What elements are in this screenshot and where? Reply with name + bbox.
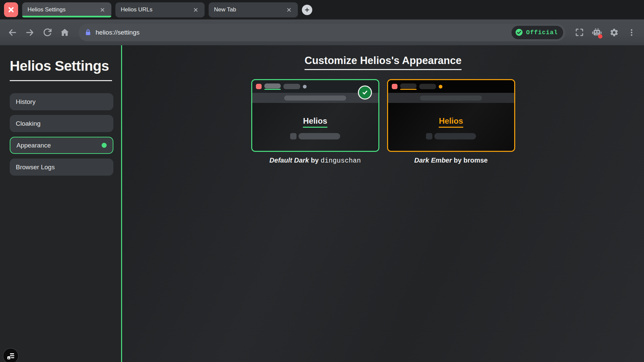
logs-fab-button[interactable] [3, 348, 19, 362]
tab-label: New Tab [214, 6, 285, 13]
sidebar-item-label: History [16, 98, 36, 106]
sidebar-title: Helios Settings [10, 58, 112, 74]
tab-close-icon[interactable] [285, 6, 292, 13]
official-badge: Official [512, 26, 563, 39]
mini-page-title: Helios [439, 116, 463, 128]
tab-label: Helios Settings [28, 6, 99, 13]
fullscreen-button[interactable] [572, 25, 587, 40]
check-icon [361, 88, 369, 97]
mini-new-tab-dot [439, 85, 442, 88]
sidebar-item-label: Appearance [16, 142, 51, 149]
content-area: Helios Settings History Cloaking Appeara… [0, 45, 644, 362]
lock-icon[interactable] [85, 28, 92, 36]
x-logo-icon [7, 6, 15, 13]
verified-check-icon [515, 28, 523, 37]
mini-url-bar [284, 96, 346, 101]
theme-author: dinguschan [321, 157, 361, 165]
mini-tab-strip [388, 80, 514, 93]
mini-url-bar [420, 96, 482, 101]
tab-close-icon[interactable] [99, 6, 106, 13]
mini-page-title: Helios [303, 116, 327, 128]
mini-page: Helios [252, 103, 378, 151]
official-badge-label: Official [526, 29, 558, 36]
mini-page: Helios [388, 103, 514, 151]
theme-card-dark-ember: Helios Dark Ember by bromse [387, 79, 515, 165]
menu-button[interactable] [624, 25, 639, 40]
theme-card-default-dark: Helios Default D [251, 79, 379, 165]
reload-icon [43, 28, 52, 37]
browser-logo-button[interactable] [4, 2, 18, 17]
browser-window: Helios Settings Helios URLs New Tab [0, 0, 644, 362]
theme-caption: Dark Ember by bromse [387, 157, 515, 164]
navigation-bar: helios://settings Official [0, 19, 644, 45]
log-list-icon [6, 352, 15, 361]
plus-icon [304, 7, 310, 13]
theme-author: bromse [464, 157, 488, 164]
back-button[interactable] [5, 25, 20, 40]
active-tab-underline [22, 16, 111, 17]
url-text: helios://settings [96, 29, 140, 36]
reload-button[interactable] [40, 25, 55, 40]
theme-preview-default-dark[interactable]: Helios [251, 79, 379, 152]
sidebar-item-history[interactable]: History [10, 93, 113, 110]
sidebar-item-browser-logs[interactable]: Browser Logs [10, 159, 113, 176]
url-bar[interactable]: helios://settings Official [78, 24, 566, 41]
ai-assistant-button[interactable] [589, 25, 604, 40]
gear-icon [609, 28, 619, 37]
tab-strip: Helios Settings Helios URLs New Tab [0, 0, 644, 19]
home-icon [60, 28, 69, 37]
appearance-panel: Customize Helios's Appearance [122, 45, 644, 362]
theme-name: Dark Ember [414, 157, 452, 164]
mini-tab-underline [264, 89, 281, 90]
tab-label: Helios URLs [121, 6, 192, 13]
theme-name: Default Dark [269, 157, 309, 164]
forward-button[interactable] [22, 25, 38, 40]
theme-cards: Helios Default D [122, 79, 644, 165]
tab-helios-urls[interactable]: Helios URLs [115, 2, 205, 17]
sidebar-item-label: Cloaking [16, 120, 41, 127]
mini-new-tab-dot [303, 85, 307, 88]
forward-arrow-icon [25, 28, 35, 37]
settings-sidebar: Helios Settings History Cloaking Appeara… [0, 45, 122, 362]
mini-search-bar [299, 133, 340, 139]
sidebar-divider [10, 80, 112, 81]
back-arrow-icon [8, 28, 17, 37]
active-indicator-dot [102, 143, 107, 148]
mini-tab [283, 84, 300, 89]
mini-tab-underline [400, 89, 417, 90]
mini-button [290, 133, 297, 139]
tab-close-icon[interactable] [192, 6, 199, 13]
page-title: Customize Helios's Appearance [305, 55, 462, 70]
mini-button [426, 133, 432, 139]
mini-search-bar [434, 133, 476, 139]
mini-logo [392, 84, 397, 89]
mini-navbar [388, 93, 514, 103]
sidebar-item-appearance[interactable]: Appearance [10, 137, 113, 154]
mini-active-tab [400, 83, 417, 88]
kebab-menu-icon [627, 28, 636, 37]
mini-active-tab [264, 83, 281, 88]
tab-helios-settings[interactable]: Helios Settings [22, 2, 111, 17]
new-tab-button[interactable] [302, 5, 312, 15]
home-button[interactable] [57, 25, 72, 40]
notification-dot [598, 34, 602, 39]
sidebar-item-cloaking[interactable]: Cloaking [10, 115, 113, 132]
mini-tab [419, 84, 436, 89]
settings-button[interactable] [606, 25, 622, 40]
fullscreen-icon [575, 28, 584, 37]
selected-theme-badge [358, 85, 372, 100]
theme-preview-dark-ember[interactable]: Helios [387, 79, 515, 152]
tab-new-tab[interactable]: New Tab [209, 2, 298, 17]
mini-logo [256, 84, 262, 89]
sidebar-item-label: Browser Logs [16, 164, 55, 171]
theme-caption: Default Dark by dinguschan [251, 157, 379, 165]
